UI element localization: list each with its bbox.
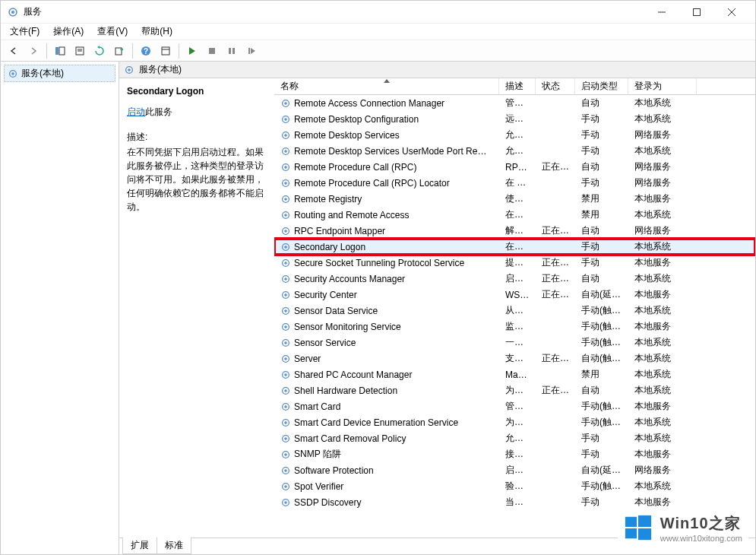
service-status: 正在… bbox=[536, 256, 575, 269]
gear-icon bbox=[280, 481, 291, 492]
service-row[interactable]: RPC Endpoint Mapper解析 …正在…自动网络服务 bbox=[274, 223, 755, 239]
service-logon: 网络服务 bbox=[628, 176, 697, 189]
service-row[interactable]: Remote Registry使远…禁用本地服务 bbox=[274, 191, 755, 207]
start-service-button[interactable] bbox=[184, 43, 201, 59]
help-button[interactable]: ? bbox=[138, 43, 154, 59]
svg-point-37 bbox=[284, 198, 287, 201]
back-button[interactable] bbox=[5, 43, 22, 59]
menu-file[interactable]: 文件(F) bbox=[4, 24, 46, 40]
gear-icon bbox=[280, 178, 291, 189]
col-header-desc[interactable]: 描述 bbox=[499, 78, 536, 94]
maximize-button[interactable] bbox=[679, 1, 714, 24]
service-row[interactable]: Sensor Data Service从各…手动(触发…本地系统 bbox=[274, 303, 755, 319]
menu-action[interactable]: 操作(A) bbox=[47, 24, 90, 40]
close-button[interactable] bbox=[714, 1, 749, 24]
service-name: Software Protection bbox=[294, 465, 374, 476]
start-service-link[interactable]: 启动 bbox=[127, 106, 145, 117]
gear-icon bbox=[124, 65, 134, 75]
service-row[interactable]: Secure Socket Tunneling Protocol Service… bbox=[274, 255, 755, 271]
col-header-status[interactable]: 状态 bbox=[536, 78, 575, 94]
service-row[interactable]: Sensor Service一项…手动(触发…本地系统 bbox=[274, 335, 755, 350]
svg-point-69 bbox=[284, 453, 287, 456]
service-logon: 本地服务 bbox=[628, 400, 697, 413]
menu-view[interactable]: 查看(V) bbox=[91, 24, 134, 40]
service-logon: 网络服务 bbox=[628, 224, 697, 237]
col-header-name[interactable]: 名称 bbox=[274, 78, 499, 94]
service-row[interactable]: SSDP Discovery当发…手动本地服务 bbox=[274, 494, 755, 510]
service-row[interactable]: Server支持…正在…自动(触发…本地系统 bbox=[274, 350, 755, 366]
col-header-logon[interactable]: 登录为 bbox=[628, 78, 697, 94]
gear-icon bbox=[280, 194, 291, 205]
service-row[interactable]: Secondary Logon在不…手动本地系统 bbox=[274, 239, 755, 255]
service-name: Security Accounts Manager bbox=[294, 274, 405, 284]
service-row[interactable]: Security Accounts Manager启动…正在…自动本地系统 bbox=[274, 271, 755, 287]
service-status: 正在… bbox=[536, 352, 575, 365]
properties-button[interactable] bbox=[71, 43, 88, 59]
tree-panel: 服务(本地) bbox=[1, 62, 119, 554]
service-desc: 接收… bbox=[499, 448, 536, 461]
service-startup: 手动 bbox=[575, 144, 628, 157]
windows-logo-icon bbox=[624, 514, 653, 543]
service-name: Shared PC Account Manager bbox=[294, 369, 412, 380]
restart-service-button[interactable] bbox=[243, 43, 260, 59]
stop-service-button[interactable] bbox=[204, 43, 220, 59]
service-startup: 手动 bbox=[575, 432, 628, 445]
gear-icon bbox=[280, 433, 291, 444]
service-row[interactable]: Smart Card Device Enumeration Service为给…… bbox=[274, 414, 755, 430]
service-row[interactable]: Remote Desktop Services UserMode Port Re… bbox=[274, 143, 755, 159]
service-startup: 禁用 bbox=[575, 368, 628, 381]
svg-point-51 bbox=[284, 309, 287, 312]
export-button[interactable] bbox=[111, 43, 128, 59]
watermark: Win10之家 www.win10xitong.com bbox=[618, 509, 748, 547]
service-row[interactable]: Remote Procedure Call (RPC) Locator在 W…手… bbox=[274, 175, 755, 191]
service-row[interactable]: Routing and Remote Access在局…禁用本地系统 bbox=[274, 207, 755, 223]
tab-extended[interactable]: 扩展 bbox=[122, 538, 157, 554]
service-name: Routing and Remote Access bbox=[294, 210, 409, 220]
service-row[interactable]: Sensor Monitoring Service监视…手动(触发…本地服务 bbox=[274, 319, 755, 335]
service-row[interactable]: Shell Hardware Detection为自…正在…自动本地系统 bbox=[274, 382, 755, 398]
service-desc: 管理… bbox=[499, 400, 536, 413]
service-row[interactable]: Smart Card Removal Policy允许…手动本地系统 bbox=[274, 430, 755, 446]
service-name: Remote Desktop Services bbox=[294, 130, 400, 141]
svg-point-1 bbox=[11, 11, 14, 14]
svg-rect-18 bbox=[232, 48, 235, 54]
tree-root-services-local[interactable]: 服务(本地) bbox=[4, 65, 115, 82]
service-row[interactable]: Spot Verifier验证…手动(触发…本地系统 bbox=[274, 478, 755, 494]
pause-service-button[interactable] bbox=[223, 43, 240, 59]
refresh-button[interactable] bbox=[91, 43, 108, 59]
service-status: 正在… bbox=[536, 288, 575, 301]
service-startup: 手动(触发… bbox=[575, 336, 628, 349]
service-row[interactable]: Software Protection启用 …自动(延迟…网络服务 bbox=[274, 462, 755, 478]
svg-point-73 bbox=[284, 485, 287, 488]
svg-rect-11 bbox=[115, 48, 122, 55]
service-logon: 本地系统 bbox=[628, 432, 697, 445]
svg-point-39 bbox=[284, 214, 287, 217]
service-logon: 本地系统 bbox=[628, 208, 697, 221]
tab-standard[interactable]: 标准 bbox=[157, 537, 191, 554]
props-button[interactable] bbox=[157, 43, 174, 59]
service-row[interactable]: Remote Desktop Configuration远程…手动本地系统 bbox=[274, 111, 755, 127]
show-hide-tree-button[interactable] bbox=[52, 43, 68, 59]
service-startup: 禁用 bbox=[575, 208, 628, 221]
service-row[interactable]: Smart Card管理…手动(触发…本地服务 bbox=[274, 398, 755, 414]
minimize-button[interactable] bbox=[644, 1, 679, 24]
service-name: Smart Card Removal Policy bbox=[294, 433, 406, 444]
service-logon: 本地系统 bbox=[628, 352, 697, 365]
forward-button[interactable] bbox=[25, 43, 42, 59]
service-row[interactable]: Remote Procedure Call (RPC)RPC…正在…自动网络服务 bbox=[274, 159, 755, 175]
service-row[interactable]: Remote Desktop Services允许…手动网络服务 bbox=[274, 127, 755, 143]
service-list[interactable]: Remote Access Connection Manager管理…自动本地系… bbox=[274, 95, 755, 538]
col-header-startup[interactable]: 启动类型 bbox=[575, 78, 628, 94]
menu-help[interactable]: 帮助(H) bbox=[135, 24, 179, 40]
service-row[interactable]: SNMP 陷阱接收…手动本地服务 bbox=[274, 446, 755, 462]
service-logon: 本地系统 bbox=[628, 480, 697, 493]
service-row[interactable]: Shared PC Account ManagerMan…禁用本地系统 bbox=[274, 366, 755, 382]
gear-icon bbox=[280, 242, 291, 252]
service-row[interactable]: Security CenterWSC…正在…自动(延迟…本地服务 bbox=[274, 287, 755, 303]
service-name: Smart Card bbox=[294, 401, 340, 412]
service-row[interactable]: Remote Access Connection Manager管理…自动本地系… bbox=[274, 95, 755, 111]
svg-point-25 bbox=[284, 102, 287, 105]
svg-point-71 bbox=[284, 469, 287, 472]
service-startup: 手动 bbox=[575, 496, 628, 509]
svg-rect-19 bbox=[248, 48, 250, 54]
